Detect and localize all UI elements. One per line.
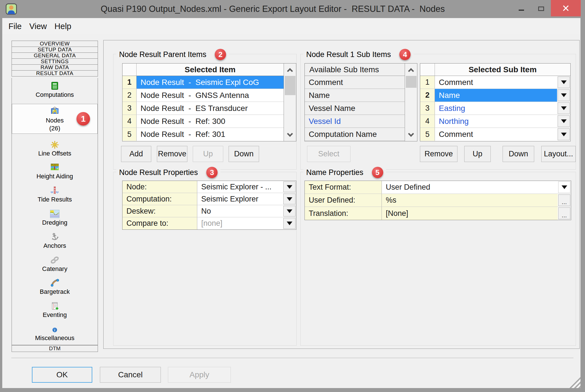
deskew-dropdown[interactable]	[283, 205, 296, 217]
table-row[interactable]: 1 Comment	[420, 76, 570, 89]
table-row[interactable]: 2 Node Result - GNSS Antenna	[122, 89, 284, 102]
menu-file[interactable]: File	[7, 21, 23, 32]
sidebar-item-miscellaneous[interactable]: i Miscellaneous	[12, 324, 98, 341]
sidebar-item-bargetrack[interactable]: Bargetrack	[12, 278, 98, 295]
down-sub-item-button[interactable]: Down	[503, 146, 534, 162]
menu-view[interactable]: View	[28, 21, 48, 32]
list-item[interactable]: Vessel Id	[305, 115, 405, 128]
sidebar-item-tide-results[interactable]: Tide Results	[12, 185, 98, 203]
cancel-button[interactable]: Cancel	[100, 367, 161, 383]
property-row: Deskew: No	[122, 205, 296, 217]
up-button[interactable]: Up	[193, 146, 223, 162]
computation-value[interactable]: Seismic Explorer	[197, 193, 283, 205]
property-label: Computation:	[122, 193, 197, 205]
up-sub-item-button[interactable]: Up	[464, 146, 491, 162]
sidebar-item-anchors[interactable]: Anchors	[12, 232, 98, 249]
sidebar-section-dtm[interactable]: DTM	[12, 345, 98, 352]
add-button[interactable]: Add	[121, 146, 151, 162]
sidebar-item-catenary[interactable]: Catenary	[12, 255, 98, 272]
group-node-result-1-sub-items: Node Result 1 Sub Items 4 Available Sub …	[300, 54, 576, 170]
menu-help[interactable]: Help	[53, 21, 73, 32]
minimize-button[interactable]	[511, 0, 531, 16]
layout-button[interactable]: Layout...	[541, 146, 576, 162]
tide-results-icon	[50, 185, 59, 195]
list-item[interactable]: Comment	[305, 76, 405, 89]
table-row[interactable]: 5 Comment	[420, 128, 570, 141]
select-button[interactable]: Select	[307, 146, 350, 162]
sidebar-section-result-data[interactable]: RESULT DATA	[12, 70, 98, 76]
sidebar-item-label: Tide Results	[38, 196, 72, 203]
sub-item-dropdown[interactable]	[557, 89, 570, 102]
vertical-scrollbar[interactable]	[405, 63, 417, 141]
translation-value[interactable]: [None]	[382, 207, 558, 220]
sidebar-item-height-aiding[interactable]: GEOID N Height Aiding	[12, 162, 98, 180]
close-button[interactable]	[551, 0, 581, 16]
sidebar-section-general-data[interactable]: GENERAL DATA	[12, 52, 98, 59]
compare-to-dropdown[interactable]	[283, 217, 296, 229]
remove-sub-item-button[interactable]: Remove	[420, 146, 457, 162]
resize-grip[interactable]	[568, 376, 580, 388]
sub-item-dropdown[interactable]	[557, 128, 570, 141]
text-format-dropdown[interactable]	[558, 181, 571, 194]
computation-dropdown[interactable]	[283, 193, 296, 205]
ok-button[interactable]: OK	[32, 367, 92, 383]
minimize-icon	[519, 10, 524, 11]
compare-to-value[interactable]: [none]	[197, 217, 283, 229]
annotation-badge-3: 3	[206, 167, 218, 178]
sidebar-section-setup-data[interactable]: SETUP DATA	[12, 47, 98, 53]
group-title: Node Result Parent Items	[119, 50, 206, 59]
sidebar-section-overview[interactable]: OVERVIEW	[12, 41, 98, 47]
column-header-available-sub-items: Available Sub Items	[305, 63, 405, 76]
text-format-value[interactable]: User Defined	[382, 181, 558, 194]
scroll-down-button[interactable]	[284, 129, 296, 141]
table-row[interactable]: 1 Node Result - Seismic Expl CoG	[122, 76, 284, 89]
table-header-row: Selected Sub Item	[420, 63, 570, 76]
remove-button[interactable]: Remove	[157, 146, 187, 162]
sub-item-dropdown[interactable]	[557, 102, 570, 115]
property-row: User Defined: %s ...	[305, 194, 571, 207]
vertical-scrollbar[interactable]	[284, 63, 296, 141]
maximize-button[interactable]	[531, 0, 551, 16]
sidebar-section-settings[interactable]: SETTINGS	[12, 58, 98, 65]
down-button[interactable]: Down	[229, 146, 259, 162]
chevron-up-icon	[287, 68, 293, 74]
apply-button[interactable]: Apply	[168, 367, 231, 383]
sub-item-dropdown[interactable]	[557, 115, 570, 128]
table-row[interactable]: 4 Northing	[420, 115, 570, 128]
footer-divider	[11, 358, 573, 359]
list-item[interactable]: Name	[305, 89, 405, 102]
node-dropdown[interactable]	[283, 181, 296, 193]
node-value[interactable]: Seismic Explorer - ...	[197, 181, 283, 193]
scroll-up-button[interactable]	[284, 63, 296, 76]
property-label: Compare to:	[122, 217, 197, 229]
property-row: Computation: Seismic Explorer	[122, 193, 296, 205]
dropdown-arrow-icon	[561, 119, 567, 123]
sub-item-dropdown[interactable]	[557, 76, 570, 89]
sidebar-item-line-offsets[interactable]: Line Offsets	[12, 139, 98, 157]
sidebar-item-dredging[interactable]: Dredging	[12, 209, 98, 226]
property-row: Translation: [None] ...	[305, 207, 571, 220]
dropdown-arrow-icon	[287, 197, 292, 201]
table-row[interactable]: 4 Node Result - Ref: 300	[122, 115, 284, 128]
translation-ellipsis-button[interactable]: ...	[558, 207, 571, 220]
scrollbar-thumb[interactable]	[406, 76, 417, 88]
user-defined-ellipsis-button[interactable]: ...	[558, 194, 571, 207]
list-item[interactable]: Computation Name	[305, 128, 405, 141]
scroll-up-button[interactable]	[405, 63, 417, 76]
scrollbar-thumb[interactable]	[285, 76, 295, 95]
deskew-value[interactable]: No	[197, 205, 283, 217]
list-item[interactable]: Vessel Name	[305, 102, 405, 115]
sidebar-item-nodes[interactable]: Nodes (26) 1	[12, 104, 98, 134]
chevron-up-icon	[408, 68, 414, 74]
user-defined-value[interactable]: %s	[382, 194, 558, 207]
property-row: Text Format: User Defined	[305, 181, 571, 194]
table-row[interactable]: 3 Easting	[420, 102, 570, 115]
scroll-down-button[interactable]	[405, 129, 417, 141]
sidebar-item-computations[interactable]: Computations	[12, 81, 98, 98]
table-row[interactable]: 2 Name	[420, 89, 570, 102]
table-row[interactable]: 5 Node Result - Ref: 301	[122, 128, 284, 141]
sidebar-section-raw-data[interactable]: RAW DATA	[12, 64, 98, 71]
sidebar-item-label: Dredging	[42, 219, 67, 226]
sidebar-item-eventing[interactable]: Eventing	[12, 301, 98, 318]
table-row[interactable]: 3 Node Result - ES Transducer	[122, 102, 284, 115]
